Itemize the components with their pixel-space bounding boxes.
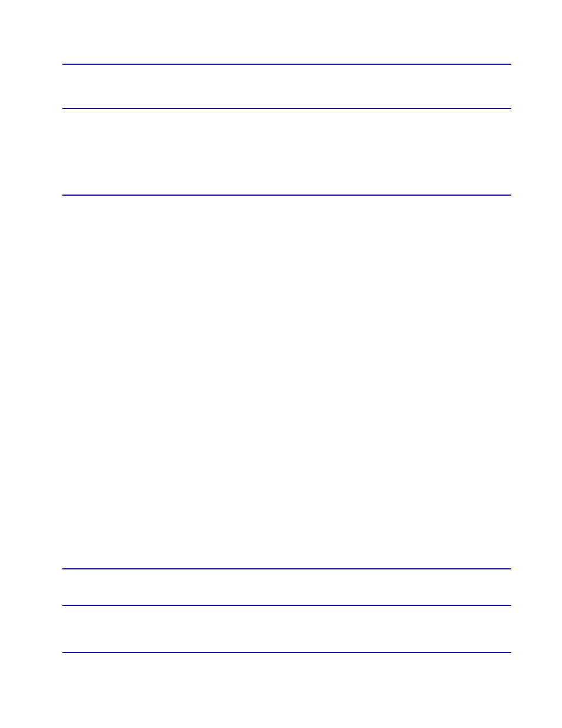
line-section-4	[62, 568, 511, 569]
horizontal-rule-3	[62, 195, 511, 196]
document-page	[0, 0, 562, 653]
line-section-1	[62, 64, 511, 65]
line-section-3	[62, 195, 511, 196]
horizontal-rule-6	[62, 652, 511, 653]
line-section-5	[62, 605, 511, 606]
horizontal-rule-2	[62, 108, 511, 109]
horizontal-rule-4	[62, 568, 511, 569]
line-section-2	[62, 108, 511, 109]
line-section-6	[62, 652, 511, 653]
horizontal-rule-1	[62, 64, 511, 65]
horizontal-rule-5	[62, 605, 511, 606]
